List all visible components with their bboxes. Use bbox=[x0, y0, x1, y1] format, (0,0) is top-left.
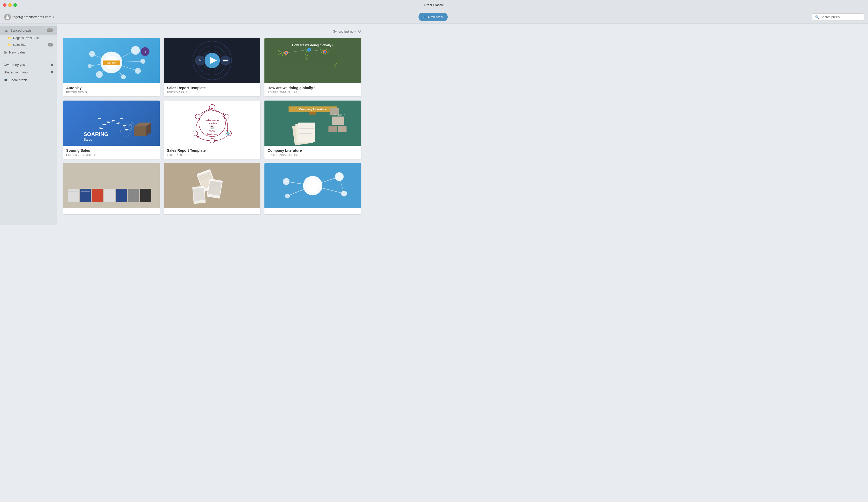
svg-rect-61 bbox=[325, 53, 326, 54]
prezi-date-soaring: EDITED 2016. JUL 19. bbox=[66, 153, 157, 156]
svg-point-76 bbox=[121, 126, 131, 136]
title-bar: Prezi Classic bbox=[0, 0, 367, 10]
prezi-info-blue-nodes bbox=[265, 208, 361, 214]
svg-point-5 bbox=[135, 68, 141, 74]
svg-rect-114 bbox=[116, 189, 127, 202]
prezi-card-taupe[interactable] bbox=[164, 163, 260, 214]
prezi-date-sales-report-1: EDITED APR 3. bbox=[167, 91, 257, 94]
svg-text:Sales: Sales bbox=[83, 137, 92, 141]
svg-rect-49 bbox=[305, 54, 306, 55]
prezi-title-soaring: Soaring Sales bbox=[66, 148, 157, 153]
new-folder-label: New folder bbox=[9, 50, 25, 54]
svg-rect-36 bbox=[283, 52, 284, 53]
shared-count: 8 bbox=[51, 70, 53, 74]
prezi-card-sales-report-1[interactable]: ✎ Sales Report Template EDITED APR 3. Pr… bbox=[164, 38, 260, 96]
sidebar-divider bbox=[0, 59, 56, 59]
svg-rect-116 bbox=[140, 189, 151, 202]
user-dropdown-icon[interactable]: ▾ bbox=[53, 16, 54, 18]
svg-rect-117 bbox=[69, 191, 78, 192]
prezi-card-blue-nodes[interactable] bbox=[265, 163, 361, 214]
svg-rect-113 bbox=[104, 189, 115, 202]
svg-rect-119 bbox=[81, 191, 90, 192]
sidebar-item-synced[interactable]: ☁ Synced prezis 16 bbox=[0, 26, 56, 35]
svg-rect-107 bbox=[329, 126, 337, 132]
sales-team-label: sales team bbox=[13, 43, 28, 47]
prezi-info-autoplay: Autoplay EDITED NOV 3. bbox=[63, 83, 160, 96]
sync-bar: Synced just now ↻ bbox=[63, 29, 361, 34]
svg-rect-29 bbox=[223, 59, 227, 59]
svg-text:👤: 👤 bbox=[285, 52, 288, 54]
prezi-thumb-taupe bbox=[164, 163, 260, 208]
svg-rect-106 bbox=[332, 116, 344, 125]
prezi-card-sales-report-2[interactable]: Sales Report Template ☕ Mr. Tea Quarter … bbox=[164, 101, 260, 159]
svg-rect-50 bbox=[307, 55, 308, 56]
svg-rect-62 bbox=[327, 52, 328, 53]
svg-point-89 bbox=[224, 114, 229, 119]
svg-rect-118 bbox=[69, 192, 76, 193]
sync-status: Synced just now bbox=[333, 30, 356, 33]
local-label: Local prezis bbox=[10, 78, 53, 82]
user-email: roger@preziforteams.com bbox=[12, 15, 51, 19]
svg-line-72 bbox=[286, 50, 309, 53]
svg-rect-53 bbox=[306, 59, 307, 60]
svg-rect-55 bbox=[322, 50, 323, 51]
close-button[interactable] bbox=[3, 3, 7, 7]
prezi-info-globally: How are we doing globally? EDITED 2016. … bbox=[265, 83, 361, 96]
svg-point-135 bbox=[283, 178, 290, 185]
prezi-thumb-slides bbox=[63, 163, 160, 208]
svg-rect-63 bbox=[334, 64, 335, 65]
prezi-card-slides[interactable] bbox=[63, 163, 160, 214]
prezi-info-company-lit: Company Literature EDITED 2016. JUL 19. bbox=[265, 146, 361, 159]
sales-team-count: 4 bbox=[48, 43, 53, 47]
synced-label: Synced prezis bbox=[10, 29, 32, 32]
roger-folder-label: Roger's Prezi Busi... bbox=[13, 36, 41, 40]
local-icon: 💻 bbox=[4, 78, 8, 82]
svg-rect-51 bbox=[306, 57, 307, 58]
prezi-card-globally[interactable]: How are we doing globally? bbox=[265, 38, 361, 96]
synced-section: ☁ Synced prezis 16 📁 Roger's Prezi Busi.… bbox=[0, 26, 56, 57]
prezi-card-company-lit[interactable]: Company Literature bbox=[265, 101, 361, 159]
sidebar-item-owned[interactable]: Owned by you 8 bbox=[0, 61, 56, 69]
prezi-card-soaring[interactable]: SOARING Sales Soaring Sales EDITED 2016.… bbox=[63, 101, 160, 159]
cloud-icon: ☁ bbox=[4, 28, 8, 33]
svg-text:🌍: 🌍 bbox=[227, 132, 230, 135]
plus-folder-icon: ⊕ bbox=[4, 50, 7, 55]
svg-text:⚙: ⚙ bbox=[144, 51, 146, 53]
svg-rect-40 bbox=[279, 54, 280, 55]
svg-rect-115 bbox=[128, 189, 139, 202]
svg-text:SOARING: SOARING bbox=[83, 131, 108, 137]
maximize-button[interactable] bbox=[13, 3, 17, 7]
user-menu[interactable]: roger@preziforteams.com ▾ bbox=[4, 14, 54, 20]
folder-icon-sales: 📁 bbox=[7, 43, 11, 47]
user-avatar bbox=[4, 14, 11, 20]
sidebar: ☁ Synced prezis 16 📁 Roger's Prezi Busi.… bbox=[0, 24, 57, 225]
svg-rect-58 bbox=[328, 51, 329, 52]
svg-text:2013-2016: 2013-2016 bbox=[334, 114, 345, 116]
svg-text:👤: 👤 bbox=[308, 49, 311, 51]
prezi-card-autoplay[interactable]: Autoplay ⚙ Autoplay EDITED NOV 3. bbox=[63, 38, 160, 96]
svg-text:✎: ✎ bbox=[199, 59, 202, 62]
sidebar-item-roger-folder[interactable]: 📁 Roger's Prezi Busi... bbox=[0, 35, 56, 41]
stats-section: Owned by you 8 Shared with you 8 💻 Local… bbox=[0, 61, 56, 84]
sync-icon[interactable]: ↻ bbox=[358, 29, 361, 34]
svg-point-92 bbox=[193, 131, 198, 136]
minimize-button[interactable] bbox=[8, 3, 12, 7]
main-content: Synced just now ↻ bbox=[57, 24, 367, 225]
svg-rect-52 bbox=[308, 58, 309, 59]
prezi-title-autoplay: Autoplay bbox=[66, 86, 157, 90]
window-controls[interactable] bbox=[3, 3, 17, 7]
prezi-date-company-lit: EDITED 2016. JUL 19. bbox=[268, 153, 358, 156]
sidebar-item-new-folder[interactable]: ⊕ New folder bbox=[0, 48, 56, 57]
prezi-date-autoplay: EDITED NOV 3. bbox=[66, 91, 157, 94]
svg-point-7 bbox=[87, 64, 92, 68]
svg-point-9 bbox=[121, 74, 126, 79]
prezi-thumb-sales-report-1: ✎ bbox=[164, 38, 260, 83]
svg-rect-64 bbox=[337, 63, 338, 64]
svg-rect-34 bbox=[279, 51, 280, 52]
prezi-title-globally: How are we doing globally? bbox=[268, 86, 358, 90]
sidebar-item-sales-team[interactable]: 📁 sales team 4 bbox=[0, 41, 56, 48]
sidebar-item-shared[interactable]: Shared with you 8 bbox=[0, 69, 56, 76]
owned-label: Owned by you bbox=[4, 63, 25, 67]
prezi-info-sales-report-2: Sales Report Template EDITED 2016. JUL 1… bbox=[164, 146, 260, 159]
sidebar-item-local[interactable]: 💻 Local prezis bbox=[0, 76, 56, 84]
